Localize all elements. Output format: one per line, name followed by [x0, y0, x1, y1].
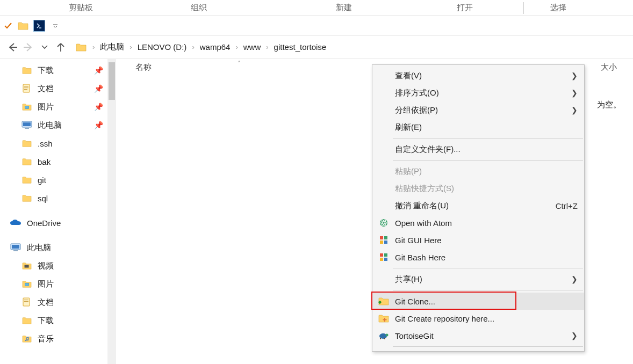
ribbon-label-open: 打开: [414, 1, 516, 15]
nav-back-button[interactable]: [4, 39, 20, 55]
column-size[interactable]: 大小: [601, 62, 617, 72]
folder-icon[interactable]: [17, 20, 29, 32]
ribbon-label-clipboard: 剪贴板: [38, 1, 124, 15]
svg-point-16: [25, 340, 26, 341]
breadcrumb-item[interactable]: www: [241, 40, 263, 54]
svg-rect-4: [25, 106, 28, 108]
breadcrumb-item[interactable]: gittest_tortoise: [272, 40, 329, 54]
svg-rect-25: [384, 241, 387, 244]
sidebar-item-label: 图片: [38, 102, 54, 112]
sidebar-section-onedrive[interactable]: OneDrive: [0, 214, 107, 232]
svg-rect-15: [24, 301, 28, 302]
svg-rect-31: [383, 319, 387, 321]
ctx-undo-rename[interactable]: 撤消 重命名(U) Ctrl+Z: [372, 197, 584, 214]
menu-separator: [393, 268, 583, 268]
chevron-right-icon[interactable]: ›: [190, 43, 196, 51]
sidebar-item-git[interactable]: git: [0, 171, 107, 189]
nav-forward-button[interactable]: [20, 39, 37, 55]
ctx-git-clone[interactable]: Git Clone...: [372, 293, 584, 310]
breadcrumb-item[interactable]: 此电脑: [98, 40, 126, 54]
svg-rect-6: [23, 122, 31, 126]
ctx-share[interactable]: 共享(H) ❯: [372, 271, 584, 288]
sidebar-item-label: 下载: [38, 65, 54, 76]
chevron-right-icon: ❯: [571, 106, 578, 114]
ctx-paste-shortcut: 粘贴快捷方式(S): [372, 180, 584, 197]
sidebar-item-videos[interactable]: 视频: [0, 257, 107, 275]
sidebar-item-sql[interactable]: sql: [0, 189, 107, 207]
ctx-customize-folder[interactable]: 自定义文件夹(F)...: [372, 141, 584, 158]
sidebar-item-pictures[interactable]: 图片 📌: [0, 98, 107, 116]
pictures-icon: [21, 279, 32, 289]
ctx-git-create-repo[interactable]: Git Create repository here...: [372, 310, 584, 327]
sidebar-item-label: bak: [38, 157, 51, 166]
svg-rect-34: [380, 338, 381, 339]
menu-separator: [393, 138, 583, 139]
tortoise-icon: [378, 330, 390, 341]
svg-rect-24: [380, 241, 383, 244]
git-icon: [378, 251, 390, 263]
svg-rect-0: [23, 84, 30, 92]
ctx-group[interactable]: 分组依据(P) ❯: [372, 101, 584, 119]
breadcrumb: › 此电脑 › LENOVO (D:) › wamp64 › www › git…: [75, 40, 328, 54]
sidebar-item-thispc[interactable]: 此电脑 📌: [0, 116, 107, 134]
folder-icon: [75, 41, 87, 53]
nav-up-button[interactable]: [53, 39, 69, 55]
nav-recent-dropdown[interactable]: [37, 39, 53, 55]
chevron-right-icon: ❯: [571, 331, 578, 340]
sidebar-item-music[interactable]: 音乐: [0, 330, 107, 348]
svg-rect-12: [25, 283, 28, 286]
sidebar-item-ssh[interactable]: .ssh: [0, 134, 107, 152]
svg-rect-28: [380, 258, 383, 261]
computer-icon: [10, 242, 21, 253]
menu-separator: [393, 346, 583, 347]
sidebar-item-bak[interactable]: bak: [0, 152, 107, 171]
documents-icon: [21, 83, 32, 94]
shortcut-label: Ctrl+Z: [556, 201, 578, 210]
checkmark-icon[interactable]: [2, 20, 14, 32]
sidebar-item-pictures[interactable]: 图片: [0, 275, 107, 293]
sort-indicator-icon: ˄: [238, 60, 241, 68]
column-name[interactable]: 名称 ˄: [135, 62, 361, 72]
chevron-right-icon[interactable]: ›: [90, 43, 97, 51]
ctx-refresh[interactable]: 刷新(E): [372, 119, 584, 136]
ctx-open-with-atom[interactable]: Open with Atom: [372, 214, 584, 231]
ctx-git-bash[interactable]: Git Bash Here: [372, 249, 584, 266]
address-bar: › 此电脑 › LENOVO (D:) › wamp64 › www › git…: [0, 35, 633, 59]
ctx-git-gui[interactable]: Git GUI Here: [372, 231, 584, 249]
chevron-right-icon[interactable]: ›: [127, 43, 134, 51]
menu-separator: [393, 290, 583, 290]
ribbon-label-organize: 组织: [124, 1, 274, 15]
svg-rect-22: [380, 236, 383, 239]
folder-icon: [21, 193, 32, 203]
ctx-tortoisegit[interactable]: TortoiseGit ❯: [372, 327, 584, 344]
scrollbar-thumb[interactable]: [109, 62, 115, 100]
sidebar-item-downloads[interactable]: 下载: [0, 311, 107, 330]
menu-separator: [393, 160, 583, 161]
svg-rect-27: [384, 253, 387, 257]
sidebar-item-label: 音乐: [38, 334, 54, 344]
music-icon: [21, 333, 32, 344]
svg-rect-35: [384, 338, 385, 339]
sidebar-item-documents[interactable]: 文档: [0, 293, 107, 311]
breadcrumb-item[interactable]: LENOVO (D:): [135, 40, 189, 54]
ribbon-group-labels: 剪贴板 组织 新建 打开 选择: [0, 0, 633, 16]
folder-icon: [21, 138, 32, 149]
chevron-right-icon[interactable]: ›: [264, 43, 270, 51]
breadcrumb-item[interactable]: wamp64: [198, 40, 233, 54]
sidebar-scrollbar[interactable]: [107, 59, 116, 364]
ctx-sort[interactable]: 排序方式(O) ❯: [372, 84, 584, 101]
empty-folder-text: 为空。: [597, 100, 621, 110]
powershell-icon[interactable]: [33, 20, 45, 32]
dropdown-icon[interactable]: [51, 21, 60, 31]
sidebar-item-downloads[interactable]: 下载 📌: [0, 61, 107, 79]
folder-icon: [21, 156, 32, 167]
sidebar-item-documents[interactable]: 文档 📌: [0, 79, 107, 98]
sidebar-item-label: OneDrive: [27, 219, 61, 228]
sidebar-item-label: 图片: [38, 279, 54, 289]
ctx-view[interactable]: 查看(V) ❯: [372, 67, 584, 84]
sidebar-section-thispc[interactable]: 此电脑: [0, 238, 107, 257]
svg-rect-11: [25, 265, 29, 267]
chevron-right-icon[interactable]: ›: [233, 43, 240, 51]
svg-rect-13: [23, 298, 30, 306]
quick-access-bar: [0, 16, 633, 35]
